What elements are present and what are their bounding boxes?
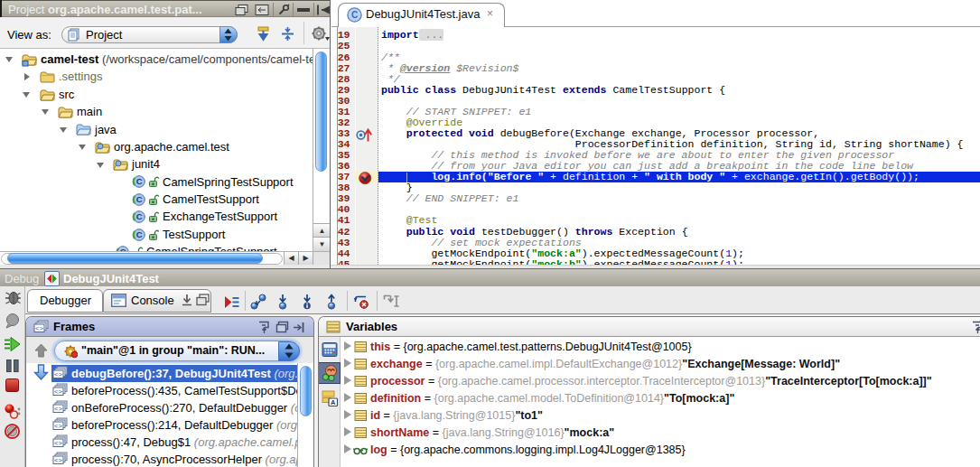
svg-text:C: C bbox=[136, 177, 143, 187]
svg-text:<>: <> bbox=[54, 388, 63, 396]
svg-text:<>: <> bbox=[54, 457, 63, 464]
svg-text:<>: <> bbox=[54, 440, 63, 447]
svg-text:C: C bbox=[136, 211, 143, 221]
svg-text:<>: <> bbox=[35, 325, 44, 332]
svg-text:<>: <> bbox=[54, 423, 63, 430]
svg-text:C: C bbox=[136, 194, 143, 204]
svg-text:A: A bbox=[331, 398, 336, 406]
svg-text:<>: <> bbox=[54, 406, 63, 413]
svg-text:C: C bbox=[136, 229, 143, 239]
svg-text:C: C bbox=[351, 10, 358, 20]
svg-text:<>: <> bbox=[54, 371, 63, 378]
